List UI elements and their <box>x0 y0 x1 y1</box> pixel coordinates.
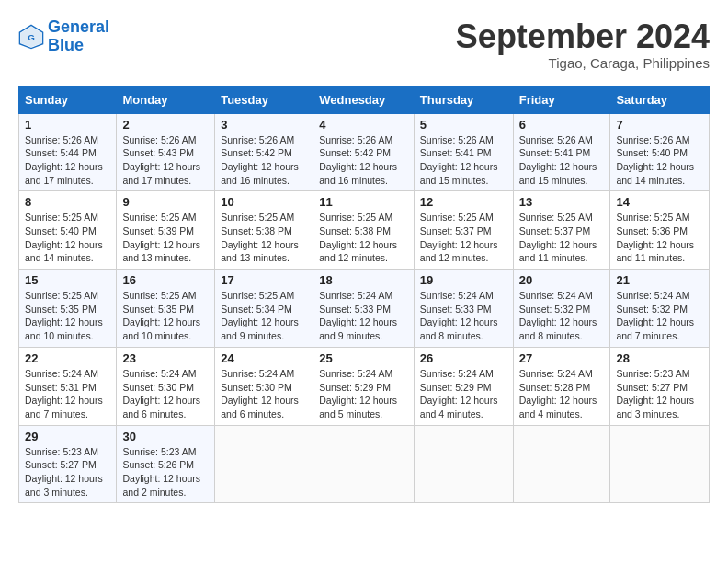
logo-blue: Blue <box>48 36 84 54</box>
week-row-3: 15Sunrise: 5:25 AMSunset: 5:35 PMDayligh… <box>19 270 710 348</box>
day-number: 21 <box>616 273 703 287</box>
day-cell: 23Sunrise: 5:24 AMSunset: 5:30 PMDayligh… <box>117 347 215 425</box>
day-cell: 11Sunrise: 5:25 AMSunset: 5:38 PMDayligh… <box>313 191 415 270</box>
day-cell: 2Sunrise: 5:26 AMSunset: 5:43 PMDaylight… <box>117 113 215 191</box>
day-info: Sunrise: 5:25 AMSunset: 5:40 PMDaylight:… <box>25 212 103 263</box>
location: Tigao, Caraga, Philippines <box>456 55 710 71</box>
day-number: 19 <box>420 273 507 287</box>
day-cell: 5Sunrise: 5:26 AMSunset: 5:41 PMDaylight… <box>414 113 513 191</box>
day-number: 30 <box>122 430 209 443</box>
day-cell: 22Sunrise: 5:24 AMSunset: 5:31 PMDayligh… <box>19 347 117 425</box>
day-info: Sunrise: 5:24 AMSunset: 5:31 PMDaylight:… <box>25 368 103 419</box>
day-info: Sunrise: 5:24 AMSunset: 5:30 PMDaylight:… <box>221 368 299 419</box>
day-number: 2 <box>122 118 209 132</box>
day-number: 25 <box>319 351 408 365</box>
title-block: September 2024 Tigao, Caraga, Philippine… <box>456 18 710 71</box>
day-number: 3 <box>221 118 307 132</box>
day-info: Sunrise: 5:26 AMSunset: 5:42 PMDaylight:… <box>221 134 299 186</box>
day-cell: 24Sunrise: 5:24 AMSunset: 5:30 PMDayligh… <box>215 347 313 425</box>
day-number: 8 <box>25 195 110 209</box>
day-info: Sunrise: 5:25 AMSunset: 5:37 PMDaylight:… <box>519 212 597 263</box>
day-cell <box>414 425 513 503</box>
day-cell: 27Sunrise: 5:24 AMSunset: 5:28 PMDayligh… <box>513 347 610 425</box>
logo-general: General <box>48 17 109 36</box>
day-number: 5 <box>420 118 507 132</box>
day-info: Sunrise: 5:25 AMSunset: 5:38 PMDaylight:… <box>319 212 397 263</box>
day-cell: 1Sunrise: 5:26 AMSunset: 5:44 PMDaylight… <box>19 113 117 191</box>
day-info: Sunrise: 5:25 AMSunset: 5:39 PMDaylight:… <box>122 212 200 263</box>
day-number: 9 <box>122 195 209 209</box>
day-info: Sunrise: 5:25 AMSunset: 5:34 PMDaylight:… <box>221 290 299 341</box>
day-info: Sunrise: 5:25 AMSunset: 5:37 PMDaylight:… <box>420 212 498 263</box>
col-monday: Monday <box>117 86 215 113</box>
day-number: 6 <box>519 118 605 132</box>
day-cell: 16Sunrise: 5:25 AMSunset: 5:35 PMDayligh… <box>117 270 215 348</box>
day-number: 29 <box>25 430 110 443</box>
day-number: 12 <box>420 195 507 209</box>
day-info: Sunrise: 5:23 AMSunset: 5:26 PMDaylight:… <box>122 446 200 498</box>
day-info: Sunrise: 5:25 AMSunset: 5:36 PMDaylight:… <box>616 212 694 263</box>
day-info: Sunrise: 5:26 AMSunset: 5:43 PMDaylight:… <box>122 134 200 186</box>
day-number: 18 <box>319 273 408 287</box>
day-info: Sunrise: 5:24 AMSunset: 5:33 PMDaylight:… <box>420 290 498 341</box>
col-friday: Friday <box>513 86 610 113</box>
day-number: 1 <box>25 118 110 132</box>
day-number: 27 <box>519 351 605 365</box>
day-number: 14 <box>616 195 703 209</box>
day-info: Sunrise: 5:23 AMSunset: 5:27 PMDaylight:… <box>25 446 103 498</box>
day-cell: 12Sunrise: 5:25 AMSunset: 5:37 PMDayligh… <box>414 191 513 270</box>
day-cell: 28Sunrise: 5:23 AMSunset: 5:27 PMDayligh… <box>610 347 710 425</box>
col-saturday: Saturday <box>610 86 710 113</box>
day-cell: 3Sunrise: 5:26 AMSunset: 5:42 PMDaylight… <box>215 113 313 191</box>
day-number: 17 <box>221 273 307 287</box>
day-info: Sunrise: 5:26 AMSunset: 5:42 PMDaylight:… <box>319 134 397 186</box>
page-header: G General Blue September 2024 Tigao, Car… <box>18 18 710 71</box>
day-info: Sunrise: 5:26 AMSunset: 5:41 PMDaylight:… <box>519 134 597 186</box>
day-cell <box>215 425 313 503</box>
col-tuesday: Tuesday <box>215 86 313 113</box>
day-cell: 17Sunrise: 5:25 AMSunset: 5:34 PMDayligh… <box>215 270 313 348</box>
day-cell: 4Sunrise: 5:26 AMSunset: 5:42 PMDaylight… <box>313 113 415 191</box>
day-cell: 13Sunrise: 5:25 AMSunset: 5:37 PMDayligh… <box>513 191 610 270</box>
day-cell: 15Sunrise: 5:25 AMSunset: 5:35 PMDayligh… <box>19 270 117 348</box>
header-row: Sunday Monday Tuesday Wednesday Thursday… <box>19 86 710 113</box>
week-row-5: 29Sunrise: 5:23 AMSunset: 5:27 PMDayligh… <box>19 425 710 503</box>
day-cell: 25Sunrise: 5:24 AMSunset: 5:29 PMDayligh… <box>313 347 415 425</box>
col-thursday: Thursday <box>414 86 513 113</box>
svg-text:G: G <box>28 32 35 42</box>
day-info: Sunrise: 5:24 AMSunset: 5:29 PMDaylight:… <box>319 368 397 419</box>
day-cell: 18Sunrise: 5:24 AMSunset: 5:33 PMDayligh… <box>313 270 415 348</box>
day-info: Sunrise: 5:25 AMSunset: 5:38 PMDaylight:… <box>221 212 299 263</box>
week-row-2: 8Sunrise: 5:25 AMSunset: 5:40 PMDaylight… <box>19 191 710 270</box>
day-number: 20 <box>519 273 605 287</box>
day-info: Sunrise: 5:26 AMSunset: 5:44 PMDaylight:… <box>25 134 103 186</box>
logo: G General Blue <box>18 18 109 55</box>
day-cell: 8Sunrise: 5:25 AMSunset: 5:40 PMDaylight… <box>19 191 117 270</box>
day-cell: 26Sunrise: 5:24 AMSunset: 5:29 PMDayligh… <box>414 347 513 425</box>
day-cell: 14Sunrise: 5:25 AMSunset: 5:36 PMDayligh… <box>610 191 710 270</box>
day-cell <box>610 425 710 503</box>
col-sunday: Sunday <box>19 86 117 113</box>
calendar-table: Sunday Monday Tuesday Wednesday Thursday… <box>18 86 710 504</box>
day-cell: 10Sunrise: 5:25 AMSunset: 5:38 PMDayligh… <box>215 191 313 270</box>
week-row-1: 1Sunrise: 5:26 AMSunset: 5:44 PMDaylight… <box>19 113 710 191</box>
day-info: Sunrise: 5:25 AMSunset: 5:35 PMDaylight:… <box>122 290 200 341</box>
day-cell <box>313 425 415 503</box>
logo-icon: G <box>18 24 44 50</box>
day-cell: 9Sunrise: 5:25 AMSunset: 5:39 PMDaylight… <box>117 191 215 270</box>
day-info: Sunrise: 5:25 AMSunset: 5:35 PMDaylight:… <box>25 290 103 341</box>
day-number: 26 <box>420 351 507 365</box>
day-cell: 20Sunrise: 5:24 AMSunset: 5:32 PMDayligh… <box>513 270 610 348</box>
day-info: Sunrise: 5:24 AMSunset: 5:29 PMDaylight:… <box>420 368 498 419</box>
day-cell: 21Sunrise: 5:24 AMSunset: 5:32 PMDayligh… <box>610 270 710 348</box>
day-number: 13 <box>519 195 605 209</box>
day-number: 23 <box>122 351 209 365</box>
day-info: Sunrise: 5:26 AMSunset: 5:41 PMDaylight:… <box>420 134 498 186</box>
day-cell: 29Sunrise: 5:23 AMSunset: 5:27 PMDayligh… <box>19 425 117 503</box>
day-number: 7 <box>616 118 703 132</box>
day-number: 15 <box>25 273 110 287</box>
day-cell <box>513 425 610 503</box>
day-info: Sunrise: 5:24 AMSunset: 5:32 PMDaylight:… <box>616 290 694 341</box>
day-info: Sunrise: 5:24 AMSunset: 5:33 PMDaylight:… <box>319 290 397 341</box>
day-cell: 7Sunrise: 5:26 AMSunset: 5:40 PMDaylight… <box>610 113 710 191</box>
